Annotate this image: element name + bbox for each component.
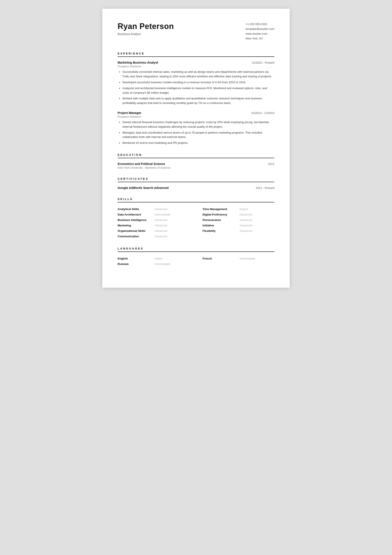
exp-bullet-2-0: Solved internal financial business chall… (122, 120, 274, 129)
certificates-section-title: CERTIFICATES (118, 177, 274, 180)
contact-website: www.wozber.com (246, 31, 274, 36)
lang-item-0: English Native (118, 256, 189, 261)
experience-section-header: EXPERIENCE (118, 52, 274, 57)
skill-level-3: Advanced (240, 213, 252, 216)
skill-item-9: Flexibility Advanced (203, 228, 274, 234)
skill-item-6: Marketing Advanced (118, 223, 189, 228)
exp-job-title-2: Project Manager (118, 111, 141, 115)
experience-section-title: EXPERIENCE (118, 52, 274, 55)
languages-grid: English Native French Intermediate Russi… (118, 256, 274, 267)
skill-level-5: Advanced (240, 218, 252, 222)
skill-name-4: Business Intelligence (118, 218, 155, 222)
header-contact: +1-202-555-0161 template@wozber.com www.… (246, 22, 274, 41)
edu-year-1: 2012 (268, 162, 274, 166)
resume-page: Ryan Peterson Business Analyst +1-202-55… (102, 9, 290, 288)
exp-bullet-2-2: Monitored 42 end-to-end marketing and PR… (122, 141, 274, 145)
education-section: EDUCATION Economics and Political Scienc… (118, 153, 274, 169)
contact-phone: +1-202-555-0161 (246, 22, 274, 27)
skills-section-header: SKILLS (118, 197, 274, 202)
exp-job-title-1: Marketing Business Analyst (118, 61, 158, 64)
skill-name-3: Digital Proficiency (203, 213, 240, 216)
skill-item-8: Organizational Skills Advanced (118, 228, 189, 234)
lang-level-2: Intermediate (155, 262, 170, 266)
education-section-title: EDUCATION (118, 153, 274, 156)
skills-section-title: SKILLS (118, 197, 274, 201)
skill-item-4: Business Intelligence Advanced (118, 217, 189, 223)
lang-item-1: French Intermediate (203, 256, 274, 261)
edu-degree-1: Economics and Political Science (118, 162, 268, 166)
languages-section-header: LANGUAGES (118, 247, 274, 252)
skill-level-8: Advanced (155, 229, 167, 233)
languages-section: LANGUAGES English Native French Intermed… (118, 247, 274, 267)
skill-item-2: Data Architecture Intermediate (118, 212, 189, 217)
exp-header-1: Marketing Business Analyst 01/2015 - Pre… (118, 61, 274, 64)
education-divider (118, 158, 274, 158)
skill-level-0: Advanced (155, 207, 167, 211)
education-section-header: EDUCATION (118, 153, 274, 158)
skills-divider (118, 202, 274, 202)
lang-level-1: Intermediate (240, 257, 255, 260)
skill-name-6: Marketing (118, 224, 155, 227)
contact-email: template@wozber.com (246, 27, 274, 31)
exp-bullets-2: Solved internal financial business chall… (118, 120, 274, 145)
skill-name-2: Data Architecture (118, 213, 155, 216)
skill-level-2: Intermediate (155, 213, 170, 216)
exp-date-2: 01/2013 - 12/2015 (251, 111, 274, 115)
contact-location: New York, NY (246, 36, 274, 41)
lang-item-2: Russian Intermediate (118, 261, 189, 267)
skill-level-4: Advanced (155, 218, 167, 222)
skill-name-8: Organizational Skills (118, 229, 155, 233)
skills-grid: Analytical Skills Advanced Time Manageme… (118, 206, 274, 239)
edu-left-1: Economics and Political Science New York… (118, 162, 268, 169)
skill-name-1: Time Management (203, 207, 240, 211)
exp-company-2: Prospect Solutions (118, 115, 274, 118)
exp-bullets-1: Successfully connected internal sales, m… (118, 70, 274, 105)
certificates-section: CERTIFICATES Google AdWords Search Advan… (118, 177, 274, 190)
exp-bullet-1-2: Analyzed and architected business intell… (122, 86, 274, 95)
skill-item-11 (203, 234, 274, 239)
skill-level-7: Advanced (240, 224, 252, 227)
skill-name-9: Flexibility (203, 229, 240, 233)
header-title: Business Analyst (118, 32, 246, 36)
certificates-divider (118, 182, 274, 182)
cert-item-1: Google AdWords Search Advanced 2011 - Pr… (118, 186, 274, 190)
exp-bullet-1-0: Successfully connected internal sales, m… (122, 70, 274, 79)
skill-item-10: Communication Advanced (118, 234, 189, 239)
exp-bullet-1-3: Worked with multiple data sets to apply … (122, 96, 274, 105)
exp-date-1: 01/2015 - Present (252, 61, 274, 64)
exp-item-2: Project Manager 01/2013 - 12/2015 Prospe… (118, 111, 274, 145)
certificates-section-header: CERTIFICATES (118, 177, 274, 182)
skill-item-1: Time Management Expert (203, 206, 274, 212)
skill-name-0: Analytical Skills (118, 207, 155, 211)
exp-bullet-1-1: Developed successful business models res… (122, 80, 274, 85)
skill-name-10: Communication (118, 235, 155, 238)
skill-item-3: Digital Proficiency Advanced (203, 212, 274, 217)
lang-name-0: English (118, 257, 155, 260)
skill-name-5: Perseverance (203, 218, 240, 222)
skill-name-7: Initiative (203, 224, 240, 227)
edu-school-1: New York University - Bachelor of Scienc… (118, 166, 268, 169)
exp-item-1: Marketing Business Analyst 01/2015 - Pre… (118, 61, 274, 105)
cert-date-1: 2011 - Present (256, 186, 274, 190)
languages-section-title: LANGUAGES (118, 247, 274, 250)
skills-section: SKILLS Analytical Skills Advanced Time M… (118, 197, 274, 239)
header: Ryan Peterson Business Analyst +1-202-55… (118, 22, 274, 41)
skill-level-10: Advanced (155, 235, 167, 238)
skill-level-9: Advanced (240, 229, 252, 233)
header-left: Ryan Peterson Business Analyst (118, 22, 246, 36)
skill-item-5: Perseverance Advanced (203, 217, 274, 223)
skill-item-7: Initiative Advanced (203, 223, 274, 228)
lang-name-1: French (203, 257, 240, 260)
edu-item-1: Economics and Political Science New York… (118, 162, 274, 169)
lang-level-0: Native (155, 257, 163, 260)
skill-level-6: Advanced (155, 224, 167, 227)
skill-item-0: Analytical Skills Advanced (118, 206, 189, 212)
experience-divider (118, 56, 274, 57)
exp-company-1: Prospect Solutions (118, 65, 274, 68)
header-name: Ryan Peterson (118, 22, 246, 31)
lang-item-3 (203, 261, 274, 267)
skill-level-1: Expert (240, 207, 248, 211)
lang-name-2: Russian (118, 262, 155, 266)
cert-name-1: Google AdWords Search Advanced (118, 186, 169, 190)
languages-divider (118, 251, 274, 252)
